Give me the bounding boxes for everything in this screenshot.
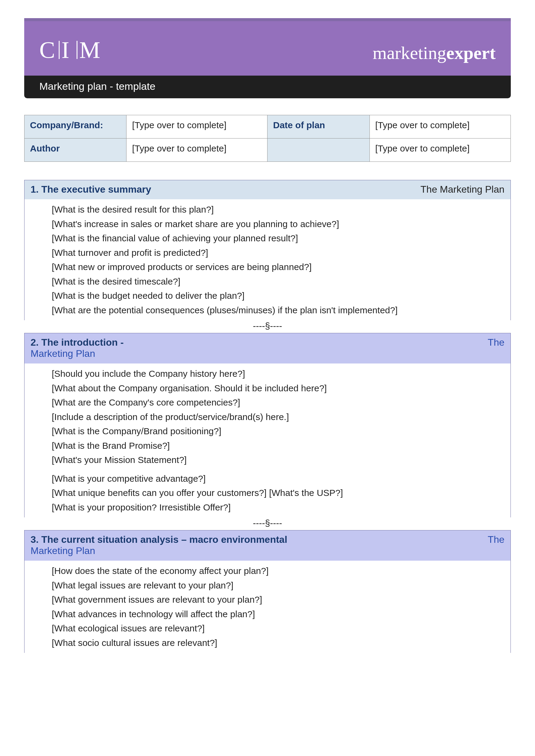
cim-logo: C I M [39,36,105,64]
prompt-line[interactable]: [What legal issues are relevant to your … [52,578,511,593]
logo-letter-m: M [79,36,105,64]
prompt-line[interactable]: [What's increase in sales or market shar… [52,217,511,231]
prompt-line[interactable]: [Should you include the Company history … [52,366,511,381]
prompt-line[interactable]: [Include a description of the product/se… [52,410,511,424]
section-body: [Should you include the Company history … [24,364,511,517]
prompt-line[interactable]: [What is the budget needed to deliver th… [52,288,511,303]
prompt-gap [52,467,511,472]
section-heading: 1. The executive summary The Marketing P… [24,180,511,199]
prompt-line[interactable]: [What is the Company/Brand positioning?] [52,424,511,439]
info-label-author: Author [24,139,127,162]
info-value-extra[interactable]: [Type over to complete] [370,139,511,162]
table-row: Company/Brand: [Type over to complete] D… [24,115,511,139]
prompt-line[interactable]: [What is your competitive advantage?] [52,472,511,486]
prompt-line[interactable]: [What's your Mission Statement?] [52,453,511,467]
info-value-date[interactable]: [Type over to complete] [370,115,511,139]
page-subtitle: Marketing plan - template [39,80,155,92]
section-body: [How does the state of the economy affec… [24,561,511,653]
info-value-company[interactable]: [Type over to complete] [127,115,268,139]
prompt-line[interactable]: [How does the state of the economy affec… [52,564,511,578]
section-right-label: The Marketing Plan [421,184,504,195]
prompt-line[interactable]: [What are the potential consequences (pl… [52,303,511,317]
section-situation-analysis: 3. The current situation analysis – macr… [24,530,511,653]
prompt-line[interactable]: [What are the Company's core competencie… [52,395,511,410]
section-subtitle: Marketing Plan [31,545,95,556]
prompt-line[interactable]: [What about the Company organisation. Sh… [52,381,511,395]
prompt-line[interactable]: [What is your proposition? Irresistible … [52,500,511,515]
section-separator: ----§---- [24,320,511,333]
section-title: 2. The introduction - [31,337,124,348]
prompt-line[interactable]: [What ecological issues are relevant?] [52,621,511,635]
logo-letter-c: C [39,36,60,64]
section-right-label: The [488,534,504,545]
logo-letter-i: I [61,36,74,64]
prompt-line[interactable]: [What advances in technology will affect… [52,607,511,621]
prompt-line[interactable]: [What is the desired timescale?] [52,274,511,289]
prompt-line[interactable]: [What is the financial value of achievin… [52,231,511,246]
section-introduction: 2. The introduction - The Marketing Plan… [24,333,511,517]
prompt-line[interactable]: [What unique benefits can you offer your… [52,486,511,500]
section-body: [What is the desired result for this pla… [24,199,511,320]
section-heading: 3. The current situation analysis – macr… [24,530,511,561]
section-title: 1. The executive summary [31,184,151,195]
prompt-line[interactable]: [What is the desired result for this pla… [52,202,511,217]
section-separator: ----§---- [24,517,511,530]
prompt-line[interactable]: [What new or improved products or servic… [52,260,511,274]
prompt-line[interactable]: [What government issues are relevant to … [52,592,511,607]
section-right-label: The [488,337,504,348]
info-label-date: Date of plan [268,115,370,139]
info-label-empty [268,139,370,162]
brand-banner: C I M marketingexpert [24,18,511,76]
info-label-company: Company/Brand: [24,115,127,139]
prompt-line[interactable]: [What is the Brand Promise?] [52,439,511,453]
logo-divider [76,41,77,59]
brand-title: marketingexpert [373,42,496,64]
info-value-author[interactable]: [Type over to complete] [127,139,268,162]
brand-title-light: marketing [373,43,446,63]
prompt-line[interactable]: [What socio cultural issues are relevant… [52,635,511,650]
page-subtitle-bar: Marketing plan - template [24,76,511,98]
info-table: Company/Brand: [Type over to complete] D… [24,115,511,162]
prompt-line[interactable]: [What turnover and profit is predicted?] [52,246,511,260]
section-title: 3. The current situation analysis – macr… [31,534,287,545]
section-subtitle: Marketing Plan [31,348,95,359]
section-executive-summary: 1. The executive summary The Marketing P… [24,180,511,320]
brand-title-bold: expert [446,43,496,63]
table-row: Author [Type over to complete] [Type ove… [24,139,511,162]
section-heading: 2. The introduction - The Marketing Plan [24,333,511,364]
logo-divider [59,41,60,59]
